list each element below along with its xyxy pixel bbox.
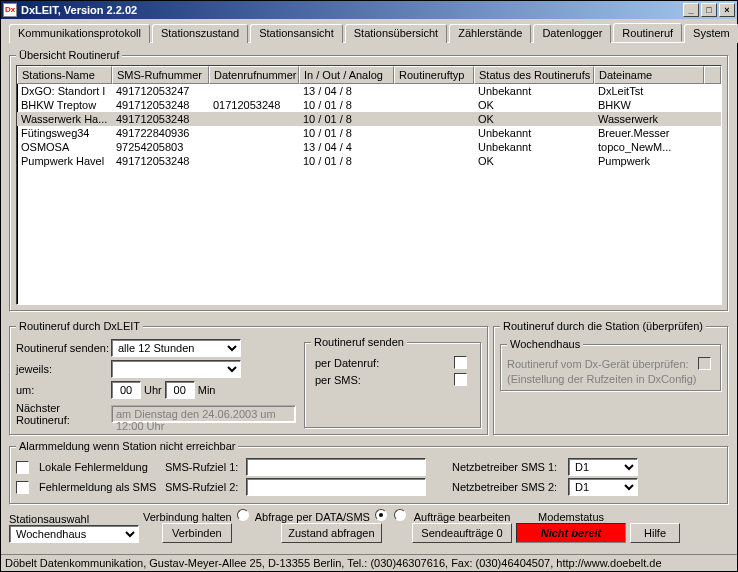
hour-unit: Uhr	[144, 384, 162, 396]
column-header[interactable]: Status des Routinerufs	[474, 66, 594, 84]
tab-kommunikationsprotokoll[interactable]: Kommunikationsprotokoll	[9, 24, 150, 43]
table-cell: 10 / 01 / 8	[299, 126, 394, 140]
station-sel-combo[interactable]: Wochendhaus	[9, 525, 139, 543]
provider1-label: Netzbetreiber SMS 1:	[452, 461, 562, 473]
table-cell: Breuer.Messer	[594, 126, 704, 140]
help-button[interactable]: Hilfe	[630, 523, 680, 543]
local-error-checkbox[interactable]	[16, 461, 29, 474]
table-cell	[394, 84, 474, 98]
table-cell: 491712053247	[112, 84, 209, 98]
close-button[interactable]: ×	[719, 3, 735, 17]
sms-error-checkbox[interactable]	[16, 481, 29, 494]
column-header[interactable]: SMS-Rufnummer	[112, 66, 209, 84]
table-cell: 491722840936	[112, 126, 209, 140]
sms-target2-input[interactable]	[246, 478, 426, 496]
tab-system[interactable]: System	[684, 24, 738, 43]
connect-button[interactable]: Verbinden	[162, 523, 232, 543]
send-legend: Routineruf senden	[311, 336, 407, 348]
table-cell: 01712053248	[209, 98, 299, 112]
overview-group: Übersicht Routineruf Stations-NameSMS-Ru…	[9, 49, 729, 312]
query-sms-radio[interactable]	[394, 509, 406, 521]
maximize-button[interactable]: □	[701, 3, 717, 17]
table-cell: Pumpwerk Havel	[17, 154, 112, 168]
table-cell: DxGO: Standort I	[17, 84, 112, 98]
titlebar: Dx DxLEIT, Version 2.2.02 _ □ ×	[1, 1, 737, 19]
sms-error-label: Fehlermeldung als SMS	[39, 481, 159, 493]
provider1-combo[interactable]: D1	[568, 458, 638, 476]
send-group: Routineruf senden per Datenruf: per SMS:	[304, 336, 482, 429]
interval-combo[interactable]: alle 12 Stunden	[111, 339, 241, 357]
conn-hold-radio[interactable]	[237, 509, 249, 521]
tab-routineruf[interactable]: Routineruf	[613, 23, 682, 42]
next-label: Nächster Routineruf:	[16, 402, 111, 426]
table-row[interactable]: Fütingsweg3449172284093610 / 01 / 8Unbek…	[17, 126, 721, 140]
table-row[interactable]: OSMOSA9725420580313 / 04 / 4Unbekannttop…	[17, 140, 721, 154]
tab-stationsansicht[interactable]: Stationsansicht	[250, 24, 343, 43]
table-row[interactable]: BHKW Treptow4917120532480171205324810 / …	[17, 98, 721, 112]
table-cell: OK	[474, 98, 594, 112]
table-cell: 13 / 04 / 4	[299, 140, 394, 154]
min-input[interactable]	[165, 381, 195, 399]
sms-target2-label: SMS-Rufziel 2:	[165, 481, 240, 493]
column-header[interactable]: In / Out / Analog	[299, 66, 394, 84]
at-label: um:	[16, 384, 111, 396]
query-state-button[interactable]: Zustand abfragen	[281, 523, 381, 543]
dxleit-group: Routineruf durch DxLEIT Routineruf sende…	[9, 320, 489, 436]
jobs-button[interactable]: Sendeaufträge 0	[412, 523, 512, 543]
table-cell: Wasserwerk Ha...	[17, 112, 112, 126]
footer-status: Döbelt Datenkommunikation, Gustav-Meyer-…	[1, 554, 737, 571]
overview-legend: Übersicht Routineruf	[16, 49, 122, 61]
column-header[interactable]: Datenrufnummer	[209, 66, 299, 84]
sms-target1-input[interactable]	[246, 458, 426, 476]
table-cell: OK	[474, 112, 594, 126]
table-cell	[394, 140, 474, 154]
per-data-checkbox[interactable]	[454, 356, 467, 369]
alarm-group: Alarmmeldung wenn Station nicht erreichb…	[9, 440, 729, 505]
table-cell	[209, 126, 299, 140]
listview-header: Stations-NameSMS-RufnummerDatenrufnummer…	[17, 66, 721, 84]
table-cell: 13 / 04 / 8	[299, 84, 394, 98]
table-cell: BHKW Treptow	[17, 98, 112, 112]
provider2-combo[interactable]: D1	[568, 478, 638, 496]
table-row[interactable]: Pumpwerk Havel49171205324810 / 01 / 8OKP…	[17, 154, 721, 168]
check-device-label: Routineruf vom Dx-Gerät überprüfen:	[507, 358, 698, 370]
per-sms-checkbox[interactable]	[454, 373, 467, 386]
table-cell: DxLeitTst	[594, 84, 704, 98]
table-cell: Unbekannt	[474, 84, 594, 98]
each-combo[interactable]	[111, 360, 241, 378]
table-cell: Unbekannt	[474, 126, 594, 140]
column-header[interactable]: Dateiname	[594, 66, 704, 84]
table-cell: Fütingsweg34	[17, 126, 112, 140]
hour-input[interactable]	[111, 381, 141, 399]
tab-stationszustand[interactable]: Stationszustand	[152, 24, 248, 43]
table-cell: OK	[474, 154, 594, 168]
dxleit-legend: Routineruf durch DxLEIT	[16, 320, 143, 332]
per-data-label: per Datenruf:	[315, 357, 379, 369]
table-cell: Unbekannt	[474, 140, 594, 154]
table-cell: 491712053248	[112, 154, 209, 168]
minimize-button[interactable]: _	[683, 3, 699, 17]
column-header[interactable]: Stations-Name	[17, 66, 112, 84]
sms-target1-label: SMS-Rufziel 1:	[165, 461, 240, 473]
table-cell: Wasserwerk	[594, 112, 704, 126]
query-per-label: Abfrage per DATA/SMS	[255, 511, 370, 523]
table-cell: 491712053248	[112, 98, 209, 112]
query-data-radio[interactable]	[375, 509, 387, 521]
tab-datenlogger[interactable]: Datenlogger	[533, 24, 611, 43]
table-cell	[209, 140, 299, 154]
table-cell: OSMOSA	[17, 140, 112, 154]
station-legend: Routineruf durch die Station (überprüfen…	[500, 320, 706, 332]
overview-listview[interactable]: Stations-NameSMS-RufnummerDatenrufnummer…	[16, 65, 722, 305]
table-cell: 10 / 01 / 8	[299, 154, 394, 168]
each-label: jeweils:	[16, 363, 111, 375]
column-header[interactable]: Routineruftyp	[394, 66, 474, 84]
table-row[interactable]: Wasserwerk Ha...49171205324810 / 01 / 8O…	[17, 112, 721, 126]
modem-label: Modemstatus	[538, 511, 604, 523]
table-row[interactable]: DxGO: Standort I49171205324713 / 04 / 8U…	[17, 84, 721, 98]
table-cell	[209, 154, 299, 168]
table-cell	[394, 126, 474, 140]
tab-zählerstände[interactable]: Zählerstände	[449, 24, 531, 43]
table-cell: 97254205803	[112, 140, 209, 154]
wochendhaus-legend: Wochendhaus	[507, 338, 583, 350]
tab-stationsübersicht[interactable]: Stationsübersicht	[345, 24, 447, 43]
